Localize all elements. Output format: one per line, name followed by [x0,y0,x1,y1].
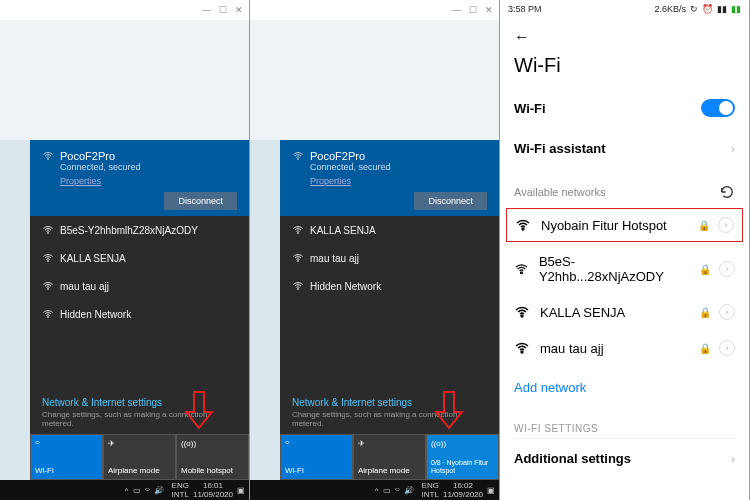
wifi-toggle-row[interactable]: Wi-Fi [500,87,749,129]
lock-icon: 🔒 [698,220,710,231]
connected-ssid: PocoF2Pro [60,150,115,162]
phone-panel: 3:58 PM 2.6KB/s ↻ ⏰ ▮▮ ▮▮ ← Wi-Fi Wi-Fi … [500,0,750,500]
connected-network[interactable]: PocoF2Pro Connected, secured Properties … [30,140,249,216]
windows-panel-right: — ☐ ✕ PocoF2Pro Connected, secured Prope… [250,0,500,500]
alarm-icon: ⏰ [702,4,713,14]
tray-up-icon[interactable]: ^ [375,486,379,495]
tile-hotspot[interactable]: ((o))0/8 · Nyobain Fitur Hotspot [426,434,499,480]
refresh-icon[interactable] [719,184,735,200]
hotspot-icon: ((o)) [181,439,196,448]
connected-ssid: PocoF2Pro [310,150,365,162]
network-row-highlighted[interactable]: Nyobain Fitur Hotspot 🔒› [506,208,743,242]
wifi-secure-icon [292,252,304,264]
svg-point-11 [521,315,523,317]
wifi-icon [292,150,304,162]
tile-airplane[interactable]: ✈Airplane mode [353,434,426,480]
tile-hotspot[interactable]: ((o))Mobile hotspot [176,434,249,480]
network-item[interactable]: mau tau ajj [30,272,249,300]
additional-settings-row[interactable]: Additional settings › [500,439,749,478]
close-icon[interactable]: ✕ [235,5,243,15]
wifi-icon [42,150,54,162]
svg-point-4 [48,317,49,318]
status-time: 3:58 PM [508,4,542,14]
network-settings-link[interactable]: Network & Internet settings [30,391,249,410]
sound-icon[interactable]: 🔊 [404,486,414,495]
network-item[interactable]: B5eS-Y2hhbmlhZ28xNjAzODY [30,216,249,244]
page-title: Wi-Fi [500,50,749,87]
network-item[interactable]: KALLA SENJA [30,244,249,272]
network-item[interactable]: Hidden Network [280,272,499,300]
language-indicator[interactable]: ENGINTL [172,481,189,499]
sound-icon[interactable]: 🔊 [154,486,164,495]
close-icon[interactable]: ✕ [485,5,493,15]
wifi-icon [514,261,529,277]
connected-status: Connected, secured [310,162,487,172]
taskbar[interactable]: ^▭⌔🔊 ENGINTL 16:0111/09/2020 ▣ [0,480,249,500]
wifi-assistant-row[interactable]: Wi-Fi assistant › [500,129,749,168]
notifications-icon[interactable]: ▣ [237,486,245,495]
wifi-secure-icon [42,252,54,264]
chevron-right-icon[interactable]: › [719,340,735,356]
wifi-icon [514,340,530,356]
disconnect-button[interactable]: Disconnect [164,192,237,210]
airplane-icon: ✈ [358,439,365,448]
available-networks-list: B5eS-Y2hhbmlhZ28xNjAzODY KALLA SENJA mau… [30,216,249,391]
network-item[interactable]: KALLA SENJA [280,216,499,244]
wifi-secure-icon [292,224,304,236]
wifi-icon: ⌔ [285,439,290,448]
maximize-icon[interactable]: ☐ [219,5,227,15]
wifi-tray-icon[interactable]: ⌔ [145,486,150,495]
language-indicator[interactable]: ENGINTL [422,481,439,499]
svg-point-10 [521,272,523,274]
chevron-right-icon[interactable]: › [718,217,734,233]
network-item[interactable]: Hidden Network [30,300,249,328]
wifi-secure-icon [42,280,54,292]
battery-icon: ▮▮ [731,4,741,14]
clock[interactable]: 16:0111/09/2020 [193,481,233,499]
tray-icons[interactable]: ^▭⌔🔊 [125,486,164,495]
tile-wifi[interactable]: ⌔Wi-Fi [30,434,103,480]
connected-network[interactable]: PocoF2Pro Connected, secured Properties … [280,140,499,216]
network-settings-link[interactable]: Network & Internet settings [280,391,499,410]
lock-icon: 🔒 [699,307,711,318]
tray-icons[interactable]: ^▭⌔🔊 [375,486,414,495]
lock-icon: 🔒 [699,264,711,275]
notifications-icon[interactable]: ▣ [487,486,495,495]
svg-point-2 [48,261,49,262]
header: ← [500,18,749,50]
chevron-right-icon: › [731,142,735,156]
svg-point-3 [48,289,49,290]
wifi-toggle[interactable] [701,99,735,117]
svg-point-5 [298,159,299,160]
battery-icon[interactable]: ▭ [133,486,141,495]
minimize-icon[interactable]: — [202,5,211,15]
network-row[interactable]: KALLA SENJA 🔒› [500,294,749,330]
disconnect-button[interactable]: Disconnect [414,192,487,210]
tile-airplane[interactable]: ✈Airplane mode [103,434,176,480]
clock[interactable]: 16:0211/09/2020 [443,481,483,499]
window-chrome: — ☐ ✕ [0,0,249,140]
properties-link[interactable]: Properties [310,176,487,186]
wifi-tray-icon[interactable]: ⌔ [395,486,400,495]
svg-point-0 [48,159,49,160]
network-item[interactable]: mau tau ajj [280,244,499,272]
window-chrome: — ☐ ✕ [250,0,499,140]
back-button[interactable]: ← [514,28,530,45]
svg-point-9 [522,228,524,230]
tile-wifi[interactable]: ⌔Wi-Fi [280,434,353,480]
minimize-icon[interactable]: — [452,5,461,15]
properties-link[interactable]: Properties [60,176,237,186]
network-row[interactable]: B5eS-Y2hhb...28xNjAzODY 🔒› [500,244,749,294]
wifi-secure-icon [42,224,54,236]
add-network-link[interactable]: Add network [500,366,749,409]
sync-icon: ↻ [690,4,698,14]
network-row[interactable]: mau tau ajj 🔒› [500,330,749,366]
hotspot-icon: ((o)) [431,439,446,448]
chevron-right-icon[interactable]: › [719,261,735,277]
taskbar[interactable]: ^▭⌔🔊 ENGINTL 16:0211/09/2020 ▣ [250,480,499,500]
tray-up-icon[interactable]: ^ [125,486,129,495]
chevron-right-icon[interactable]: › [719,304,735,320]
quick-tiles: ⌔Wi-Fi ✈Airplane mode ((o))Mobile hotspo… [30,434,249,480]
maximize-icon[interactable]: ☐ [469,5,477,15]
battery-icon[interactable]: ▭ [383,486,391,495]
